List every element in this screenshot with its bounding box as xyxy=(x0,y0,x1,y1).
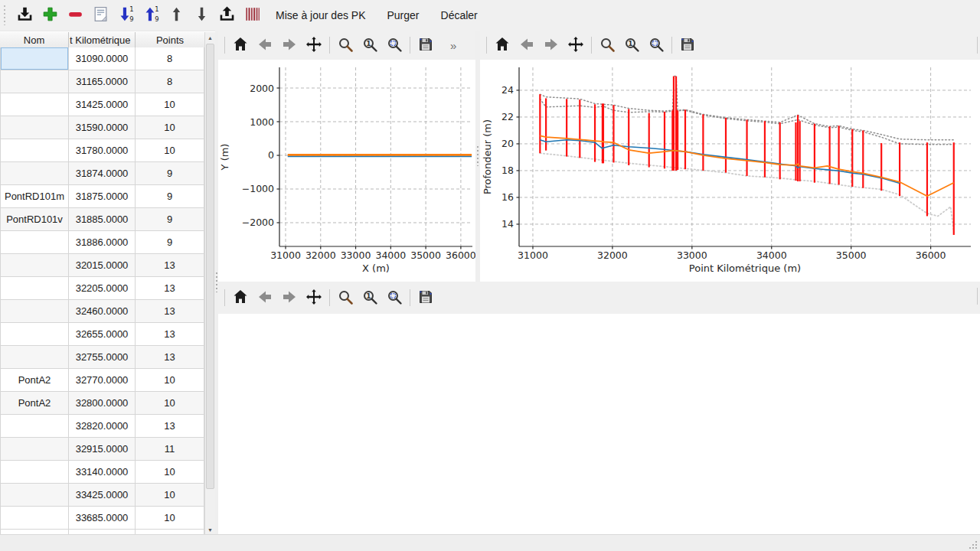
zoom-button[interactable] xyxy=(596,34,618,56)
home-button[interactable] xyxy=(230,287,251,308)
remove-row-button[interactable] xyxy=(64,3,87,28)
table-cell[interactable] xyxy=(0,231,69,254)
table-cell[interactable]: 32015.0000 xyxy=(69,254,136,277)
zoom-button[interactable] xyxy=(335,34,356,56)
table-cell[interactable] xyxy=(0,461,69,484)
table-cell[interactable]: 31590.0000 xyxy=(69,116,136,139)
pan-button[interactable] xyxy=(303,34,325,56)
table-cell[interactable]: 32770.0000 xyxy=(69,369,136,392)
table-cell[interactable]: 13 xyxy=(136,346,204,369)
table-cell[interactable]: 33140.0000 xyxy=(69,461,136,484)
table-cell[interactable]: 13 xyxy=(136,323,204,346)
table-cell[interactable]: 31875.0000 xyxy=(69,185,136,208)
save-button[interactable] xyxy=(415,34,436,56)
table-cell[interactable]: PontA2 xyxy=(0,369,69,392)
zoom-region-button[interactable] xyxy=(384,287,405,308)
table-cell[interactable]: 32460.0000 xyxy=(69,300,136,323)
table-cell[interactable]: 13 xyxy=(136,254,204,277)
column-header-nom[interactable]: Nom xyxy=(0,32,69,47)
back-button[interactable] xyxy=(254,287,276,308)
zoom-region-button[interactable] xyxy=(645,34,667,56)
table-cell[interactable]: 13 xyxy=(136,300,204,323)
bottom-chart-canvas[interactable] xyxy=(218,314,980,534)
table-cell[interactable]: PontA2 xyxy=(0,392,69,415)
table-cell[interactable]: 33685.0000 xyxy=(69,507,136,530)
table-cell[interactable]: 32655.0000 xyxy=(69,323,136,346)
table-cell[interactable]: 10 xyxy=(136,139,204,162)
table-cell[interactable] xyxy=(0,300,69,323)
scrollbar-thumb[interactable] xyxy=(206,44,214,489)
notes-button[interactable] xyxy=(89,3,113,28)
table-cell[interactable]: 8 xyxy=(136,70,204,93)
save-button[interactable] xyxy=(415,287,436,308)
move-up-button[interactable] xyxy=(165,3,188,28)
column-header-points[interactable]: Points xyxy=(136,32,204,47)
table-cell[interactable]: 10 xyxy=(136,392,204,415)
table-cell[interactable] xyxy=(0,507,69,530)
zoom-one-button[interactable]: 1 xyxy=(359,34,381,56)
sort-ascending-button[interactable]: 19 xyxy=(139,3,163,28)
zoom-one-button[interactable]: 1 xyxy=(621,34,642,56)
table-cell[interactable]: 9 xyxy=(136,185,204,208)
table-cell[interactable]: 10 xyxy=(136,93,204,116)
forward-button[interactable] xyxy=(279,287,300,308)
table-cell[interactable]: PontRD101v xyxy=(0,208,69,231)
profile-chart-canvas[interactable]: 3100032000330003400035000360001416182022… xyxy=(480,60,980,282)
table-cell[interactable]: 31874.0000 xyxy=(69,162,136,185)
table-cell[interactable]: 9 xyxy=(136,231,204,254)
table-cell[interactable] xyxy=(0,139,69,162)
table-cell[interactable]: 9 xyxy=(136,162,204,185)
table-cell[interactable] xyxy=(0,438,69,461)
forward-button[interactable] xyxy=(541,34,562,56)
pan-button[interactable] xyxy=(565,34,586,56)
move-down-button[interactable] xyxy=(190,3,214,28)
toolbar-drag-handle[interactable] xyxy=(2,5,6,25)
zoom-region-button[interactable] xyxy=(384,34,405,56)
table-cell[interactable] xyxy=(0,162,69,185)
home-button[interactable] xyxy=(492,34,513,56)
table-cell[interactable]: 13 xyxy=(136,415,204,438)
zoom-one-button[interactable]: 1 xyxy=(359,287,381,308)
table-cell[interactable]: 32820.0000 xyxy=(69,415,136,438)
table-cell[interactable] xyxy=(0,346,69,369)
back-button[interactable] xyxy=(254,34,276,56)
table-cell[interactable]: 10 xyxy=(136,369,204,392)
table-cell[interactable]: 13 xyxy=(136,277,204,300)
xy-chart[interactable]: 310003200033000340003500036000−2000−1000… xyxy=(218,60,475,282)
table-cell[interactable]: 32205.0000 xyxy=(69,277,136,300)
table-cell[interactable]: 10 xyxy=(136,484,204,507)
forward-button[interactable] xyxy=(279,34,300,56)
table-cell[interactable]: 10 xyxy=(136,116,204,139)
table-cell[interactable]: 32915.0000 xyxy=(69,438,136,461)
table-cell[interactable] xyxy=(0,254,69,277)
table-cell[interactable]: 32800.0000 xyxy=(69,392,136,415)
table-cell[interactable]: 8 xyxy=(136,47,204,70)
table-cell[interactable]: 31425.0000 xyxy=(69,93,136,116)
table-cell[interactable] xyxy=(0,70,69,93)
shift-button[interactable]: Décaler xyxy=(432,3,487,28)
table-cell[interactable] xyxy=(0,47,69,70)
pan-button[interactable] xyxy=(303,287,325,308)
table-cell[interactable] xyxy=(0,116,69,139)
purge-button[interactable]: Purger xyxy=(378,3,429,28)
add-row-button[interactable] xyxy=(38,3,62,28)
table-cell[interactable]: 11 xyxy=(136,438,204,461)
scroll-up-icon[interactable]: ▲ xyxy=(205,32,215,43)
table-cell[interactable]: 31886.0000 xyxy=(69,231,136,254)
back-button[interactable] xyxy=(516,34,537,56)
table-cell[interactable]: 32755.0000 xyxy=(69,346,136,369)
export-button[interactable] xyxy=(215,3,239,28)
save-button[interactable] xyxy=(677,34,698,56)
column-header-point-kilometrique[interactable]: t Kilométrique xyxy=(69,32,136,47)
toolbar-overflow-button[interactable]: » xyxy=(450,39,456,52)
table-cell[interactable]: 9 xyxy=(136,208,204,231)
import-button[interactable] xyxy=(13,3,37,28)
table-cell[interactable]: 33425.0000 xyxy=(69,484,136,507)
table-cell[interactable]: 31885.0000 xyxy=(69,208,136,231)
pk-lines-button[interactable] xyxy=(240,3,264,28)
table-cell[interactable] xyxy=(0,93,69,116)
table-cell[interactable] xyxy=(0,484,69,507)
sort-descending-button[interactable]: 19 xyxy=(114,3,138,28)
table-cell[interactable]: 31165.0000 xyxy=(69,70,136,93)
scroll-down-icon[interactable]: ▼ xyxy=(205,524,215,535)
